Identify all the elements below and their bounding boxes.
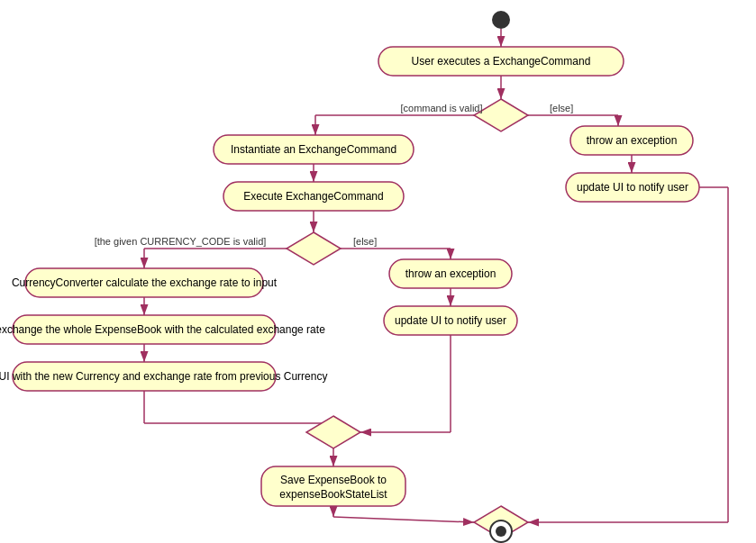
label-else2: [else] — [353, 236, 377, 247]
throw-exception1-label: throw an exception — [587, 134, 678, 147]
update-ui-currency-label: Update UI with the new Currency and exch… — [0, 370, 327, 383]
currency-converter-label: CurrencyConverter calculate the exchange… — [12, 276, 278, 289]
user-executes-label: User executes a ExchangeCommand — [412, 55, 591, 68]
save-expense-label-line2: expenseBookStateList — [279, 488, 387, 501]
update-ui-notify1-label: update UI to notify user — [577, 181, 688, 194]
throw-exception2-label: throw an exception — [405, 267, 496, 280]
label-else1: [else] — [550, 103, 573, 113]
end-node-inner — [496, 526, 506, 537]
save-expense-label-line1: Save ExpenseBook to — [280, 474, 387, 486]
start-node — [492, 11, 510, 29]
instantiate-label: Instantiate an ExchangeCommand — [231, 143, 396, 156]
label-command-valid: [command is valid] — [400, 103, 482, 113]
execute-label: Execute ExchangeCommand — [243, 190, 383, 203]
model-exchange-label: Model exchange the whole ExpenseBook wit… — [0, 323, 325, 336]
update-ui-notify2-label: update UI to notify user — [395, 314, 506, 327]
label-currency-valid: [the given CURRENCY_CODE is valid] — [95, 236, 267, 247]
